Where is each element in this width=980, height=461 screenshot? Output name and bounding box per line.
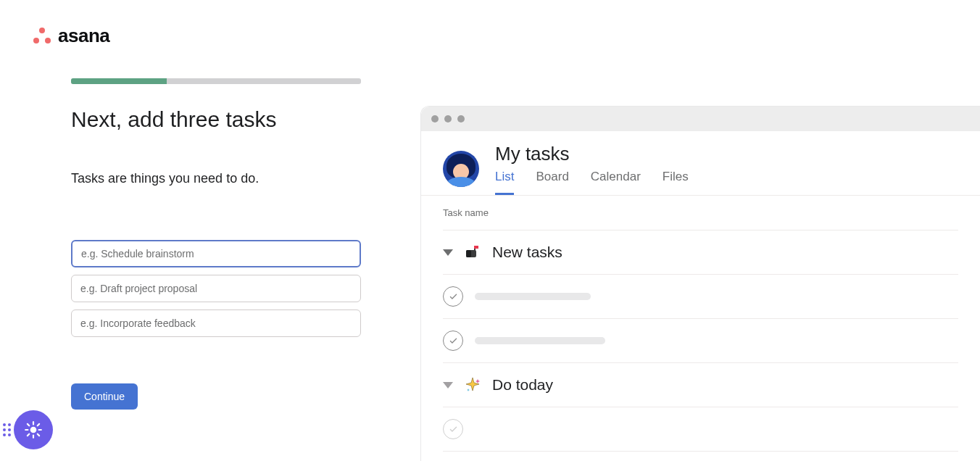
task-placeholder — [475, 293, 591, 300]
task-inputs-group — [71, 240, 361, 337]
tab-calendar[interactable]: Calendar — [591, 170, 641, 195]
traffic-light-icon — [457, 115, 465, 122]
chevron-down-icon — [443, 382, 453, 389]
section-do-today[interactable]: Do today — [443, 362, 958, 407]
chevron-down-icon — [443, 249, 453, 256]
traffic-light-icon — [444, 115, 452, 122]
preview-header: My tasks List Board Calendar Files — [421, 131, 980, 196]
svg-line-10 — [38, 434, 39, 436]
task-row[interactable] — [443, 274, 958, 318]
task-placeholder — [475, 337, 605, 344]
preview-body: Task name New tasks — [421, 196, 980, 452]
preview-tabs: List Board Calendar Files — [495, 170, 689, 195]
svg-rect-1 — [466, 250, 471, 257]
traffic-light-icon — [431, 115, 439, 122]
continue-button[interactable]: Continue — [71, 383, 138, 410]
task-input-3[interactable] — [71, 310, 361, 337]
task-input-1[interactable] — [71, 240, 361, 267]
drag-handle-icon[interactable] — [3, 423, 11, 436]
check-circle-icon[interactable] — [443, 419, 463, 439]
assistant-button[interactable] — [14, 410, 53, 449]
avatar — [443, 151, 479, 187]
section-title: New tasks — [492, 244, 562, 261]
preview-window: My tasks List Board Calendar Files Task … — [420, 106, 980, 461]
svg-line-11 — [28, 434, 29, 436]
progress-fill — [71, 78, 167, 84]
progress-bar — [71, 78, 361, 84]
mailbox-icon — [463, 244, 482, 261]
onboarding-heading: Next, add three tasks — [71, 107, 361, 132]
brand-logo: asana — [33, 25, 109, 47]
floating-widget[interactable] — [3, 410, 53, 449]
onboarding-pane: Next, add three tasks Tasks are things y… — [71, 78, 361, 410]
section-new-tasks[interactable]: New tasks — [443, 230, 958, 274]
check-circle-icon[interactable] — [443, 331, 463, 351]
svg-point-4 — [30, 427, 37, 433]
tab-board[interactable]: Board — [536, 170, 568, 195]
preview-title: My tasks — [495, 143, 689, 165]
column-header-task-name: Task name — [443, 196, 958, 230]
svg-line-9 — [28, 424, 29, 425]
logo-icon — [33, 28, 51, 45]
task-row[interactable] — [443, 407, 958, 452]
task-row[interactable] — [443, 318, 958, 362]
sparkle-icon — [463, 376, 482, 394]
task-input-2[interactable] — [71, 275, 361, 302]
onboarding-subheading: Tasks are things you need to do. — [71, 171, 361, 186]
svg-line-12 — [38, 424, 39, 425]
section-title: Do today — [492, 376, 553, 394]
brand-name: asana — [58, 25, 109, 47]
svg-rect-3 — [474, 246, 478, 249]
check-circle-icon[interactable] — [443, 286, 463, 307]
tab-files[interactable]: Files — [663, 170, 689, 195]
tab-list[interactable]: List — [495, 170, 514, 195]
window-chrome — [421, 107, 980, 131]
